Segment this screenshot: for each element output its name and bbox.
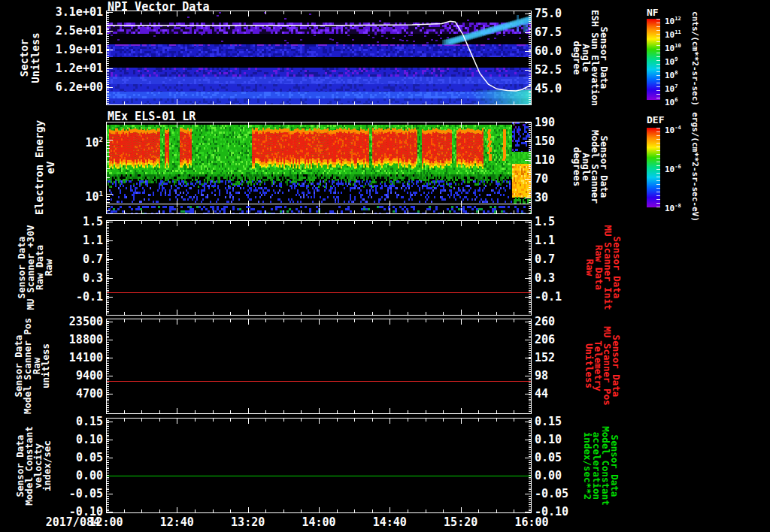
colorbar-tick-label: 1012: [665, 14, 681, 24]
y-axis-label: Sensor DataModel Scanner PosRawunitless: [14, 318, 50, 414]
els-spectrogram-canvas: [106, 122, 532, 214]
exponent: -6: [675, 164, 681, 170]
colorbar-tick-label: 10-4: [665, 123, 681, 133]
plot-stage: NPI Vector Data MEx ELS-01 LR NF cnts/(c…: [0, 0, 770, 532]
right-axis-label: Sensor DataModel ScannerAngledegrees: [572, 130, 608, 204]
exponent: 6: [675, 97, 678, 103]
model-scanner-pos-panel-canvas: [106, 319, 532, 414]
x-tick-label: 12:40: [150, 515, 203, 529]
model-constant-velocity-panel-canvas: [106, 418, 532, 513]
exponent: 10: [675, 43, 681, 49]
exponent: 8: [675, 70, 678, 76]
axis-label-line: Electron Energy: [34, 120, 45, 215]
x-tick-label: 16:00: [505, 515, 558, 529]
x-tick-label: 14:00: [293, 515, 345, 529]
colorbar-tick-label: 10-6: [665, 162, 681, 172]
axis-label-line: index/sec: [43, 426, 52, 505]
def-colorbar-label: DEF: [647, 114, 664, 125]
colorbar-tick-label: 108: [665, 68, 678, 78]
colorbar-tick-label: 106: [665, 95, 678, 105]
y-axis-label: Electron EnergyeV: [34, 120, 56, 215]
nf-colorbar-label: NF: [647, 7, 659, 18]
colorbar-tick-label: 109: [665, 55, 678, 65]
def-colorbar-unit: ergs/(cm**2-sr-sec-eV): [690, 112, 700, 222]
exponent: 7: [675, 83, 678, 89]
axis-label-line: Raw: [585, 225, 594, 310]
nf-colorbar-ticks: [656, 19, 660, 100]
y-tick-label: 190: [535, 116, 602, 129]
y-axis-label: SectorUnitless: [19, 32, 41, 83]
right-axis-label: Sensor DataMU Scanner InitRaw DataRaw: [585, 225, 621, 310]
axis-label-line: eV: [45, 120, 56, 215]
right-axis-label: Sensor DataESH Sun ElevationAngledegree: [572, 10, 608, 106]
colorbar-tick-label: 1010: [665, 41, 681, 51]
axis-label-line: index/sec**2: [583, 426, 592, 505]
axis-label-line: degrees: [572, 130, 581, 204]
exponent: 1: [99, 190, 103, 198]
mu-scanner-30v-panel-canvas: [106, 220, 532, 316]
exponent: 9: [675, 56, 678, 62]
axis-label-line: Unitless: [30, 32, 41, 83]
axis-label-line: Sector: [19, 32, 30, 83]
def-colorbar-ticks: [656, 128, 660, 207]
axis-label-line: unitless: [41, 318, 50, 414]
x-tick-label: 15:20: [435, 515, 487, 529]
colorbar-tick-label: 10-8: [665, 201, 681, 211]
x-tick-label: 14:40: [363, 515, 416, 529]
x-tick-label: 12:00: [80, 515, 132, 529]
axis-label-line: degree: [572, 10, 581, 106]
right-axis-label: Sensor DataMU Scanner PosTelemetryUnitle…: [584, 326, 620, 405]
axis-label-line: Raw: [44, 225, 53, 310]
colorbar-tick-label: 1011: [665, 28, 681, 38]
nf-colorbar-unit: cnts/(cm**2-sr-sec): [690, 11, 700, 106]
y-axis-label: Sensor DataMU Scanner +30VRaw DataRaw: [17, 225, 53, 310]
exponent: 2: [99, 136, 103, 144]
x-tick-label: 13:20: [222, 515, 274, 529]
right-axis-label: Sensor DataModel Constantaccelerationind…: [583, 426, 619, 505]
exponent: -8: [675, 203, 681, 209]
y-tick-label: 3.1e+01: [27, 5, 103, 19]
axis-label-line: Unitless: [584, 326, 593, 405]
exponent: -4: [675, 125, 681, 131]
exponent: 12: [675, 16, 681, 22]
npi-spectrogram-canvas: [106, 11, 532, 105]
exponent: 11: [675, 29, 681, 35]
colorbar-tick-label: 107: [665, 82, 678, 92]
y-axis-label: Sensor DataModel Constantvelocityindex/s…: [16, 426, 52, 505]
